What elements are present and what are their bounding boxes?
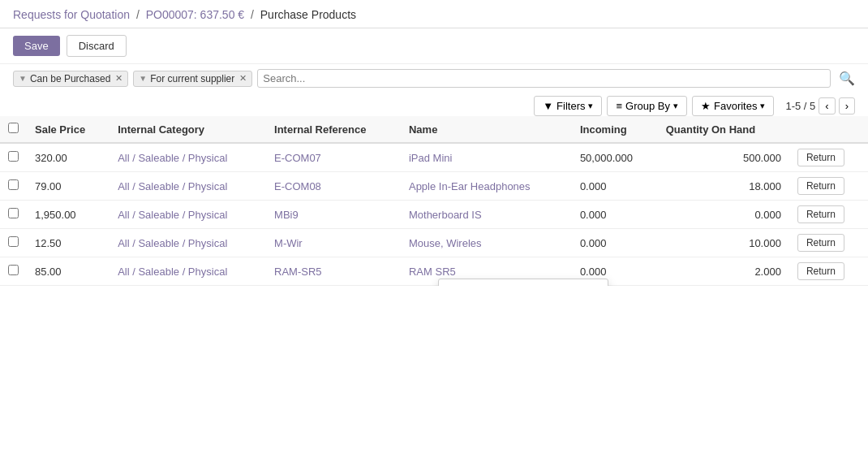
cell-ref[interactable]: E-COM07: [266, 143, 401, 172]
cell-name[interactable]: iPad Mini: [401, 143, 572, 172]
cell-sale-price: 85.00: [27, 257, 110, 286]
breadcrumb-rfq[interactable]: Requests for Quotation: [13, 8, 130, 21]
next-page-button[interactable]: ›: [839, 97, 855, 114]
filters-dropdown: ServicesProductsCan be Sold✔Can be Purch…: [438, 279, 608, 286]
cell-return[interactable]: Return: [789, 229, 868, 257]
cell-category[interactable]: All / Saleable / Physical: [110, 229, 266, 257]
cell-return[interactable]: Return: [789, 257, 868, 286]
cell-sale-price: 1,950.00: [27, 201, 110, 229]
cell-ref[interactable]: MBi9: [266, 201, 401, 229]
cell-category[interactable]: All / Saleable / Physical: [110, 143, 266, 172]
cell-category[interactable]: All / Saleable / Physical: [110, 172, 266, 201]
cell-sale-price: 12.50: [27, 229, 110, 257]
row-checkbox[interactable]: [0, 201, 27, 229]
return-button[interactable]: Return: [797, 205, 844, 223]
remove-filter-1[interactable]: ✕: [115, 73, 122, 84]
search-input[interactable]: [263, 72, 825, 84]
cell-ref[interactable]: M-Wir: [266, 229, 401, 257]
filter-tag-can-be-purchased: ▼ Can be Purchased ✕: [13, 71, 128, 87]
filter-tag-label-1: Can be Purchased: [30, 73, 110, 84]
filter-funnel-icon: ▼: [543, 100, 553, 112]
toolbar: Save Discard: [0, 28, 868, 64]
cell-category[interactable]: All / Saleable / Physical: [110, 201, 266, 229]
funnel-icon-1: ▼: [19, 74, 27, 83]
pagination: 1-5 / 5 ‹ ›: [785, 97, 855, 114]
return-button[interactable]: Return: [797, 149, 844, 166]
table-row: 320.00 All / Saleable / Physical E-COM07…: [0, 143, 868, 172]
return-button[interactable]: Return: [797, 262, 844, 280]
funnel-icon-2: ▼: [139, 74, 147, 83]
remove-filter-2[interactable]: ✕: [239, 73, 247, 84]
filter-tag-label-2: For current supplier: [150, 73, 234, 84]
products-table: Sale Price Internal Category Internal Re…: [0, 116, 868, 286]
cell-qty: 10.000: [658, 229, 789, 257]
groupby-chevron: ▾: [673, 101, 678, 111]
star-icon: ★: [701, 100, 711, 112]
cell-return[interactable]: Return: [789, 201, 868, 229]
search-box: [257, 69, 831, 88]
cell-incoming: 0.000: [572, 201, 658, 229]
prev-page-button[interactable]: ‹: [819, 97, 835, 114]
controls-row: ▼ Filters ▾ ≡ Group By ▾ ★ Favorites ▾ 1…: [0, 91, 868, 116]
save-button[interactable]: Save: [13, 36, 60, 56]
cell-ref[interactable]: E-COM08: [266, 172, 401, 201]
cell-incoming: 50,000.000: [572, 143, 658, 172]
table-wrap: Sale Price Internal Category Internal Re…: [0, 116, 868, 286]
cell-return[interactable]: Return: [789, 172, 868, 201]
group-by-label: Group By: [625, 100, 670, 112]
header: Requests for Quotation / PO00007: 637.50…: [0, 0, 868, 28]
cell-sale-price: 79.00: [27, 172, 110, 201]
col-qty-on-hand: Quantity On Hand: [658, 116, 789, 143]
cell-return[interactable]: Return: [789, 143, 868, 172]
filter-tag-for-current-supplier: ▼ For current supplier ✕: [133, 71, 252, 87]
filters-button[interactable]: ▼ Filters ▾: [534, 96, 602, 116]
group-by-button[interactable]: ≡ Group By ▾: [607, 96, 687, 116]
breadcrumb-current: Purchase Products: [260, 8, 356, 21]
row-checkbox[interactable]: [0, 257, 27, 286]
select-all-checkbox[interactable]: [0, 116, 27, 143]
return-button[interactable]: Return: [797, 234, 844, 252]
cell-name[interactable]: Mouse, Wireles: [401, 229, 572, 257]
cell-qty: 2.000: [658, 257, 789, 286]
cell-incoming: 0.000: [572, 229, 658, 257]
col-internal-category: Internal Category: [110, 116, 266, 143]
favorites-chevron: ▾: [760, 101, 765, 111]
cell-name[interactable]: Motherboard IS: [401, 201, 572, 229]
cell-qty: 500.000: [658, 143, 789, 172]
table-header-row: Sale Price Internal Category Internal Re…: [0, 116, 868, 143]
return-button[interactable]: Return: [797, 177, 844, 195]
col-internal-reference: Internal Reference: [266, 116, 401, 143]
filters-label: Filters: [556, 100, 585, 112]
search-button[interactable]: 🔍: [839, 71, 855, 86]
cell-qty: 0.000: [658, 201, 789, 229]
row-checkbox[interactable]: [0, 229, 27, 257]
col-actions: [789, 116, 868, 143]
breadcrumb: Requests for Quotation / PO00007: 637.50…: [13, 8, 855, 21]
table-row: 79.00 All / Saleable / Physical E-COM08 …: [0, 172, 868, 201]
discard-button[interactable]: Discard: [67, 35, 127, 57]
cell-incoming: 0.000: [572, 172, 658, 201]
cell-category[interactable]: All / Saleable / Physical: [110, 257, 266, 286]
cell-sale-price: 320.00: [27, 143, 110, 172]
col-sale-price: Sale Price: [27, 116, 110, 143]
col-name: Name: [401, 116, 572, 143]
table-row: 85.00 All / Saleable / Physical RAM-SR5 …: [0, 257, 868, 286]
dropdown-item-services[interactable]: Services: [439, 279, 608, 286]
table-row: 12.50 All / Saleable / Physical M-Wir Mo…: [0, 229, 868, 257]
filters-chevron: ▾: [588, 101, 593, 111]
table-row: 1,950.00 All / Saleable / Physical MBi9 …: [0, 201, 868, 229]
cell-name[interactable]: Apple In-Ear Headphones: [401, 172, 572, 201]
row-checkbox[interactable]: [0, 143, 27, 172]
cell-qty: 18.000: [658, 172, 789, 201]
favorites-button[interactable]: ★ Favorites ▾: [692, 96, 774, 116]
pagination-text: 1-5 / 5: [785, 100, 815, 112]
groupby-icon: ≡: [616, 100, 622, 112]
row-checkbox[interactable]: [0, 172, 27, 201]
breadcrumb-po[interactable]: PO00007: 637.50 €: [146, 8, 244, 21]
col-incoming: Incoming: [572, 116, 658, 143]
breadcrumb-sep2: /: [251, 8, 254, 21]
favorites-label: Favorites: [714, 100, 757, 112]
breadcrumb-sep1: /: [136, 8, 140, 21]
dropdown-item-label: Services: [468, 285, 509, 286]
cell-ref[interactable]: RAM-SR5: [266, 257, 401, 286]
